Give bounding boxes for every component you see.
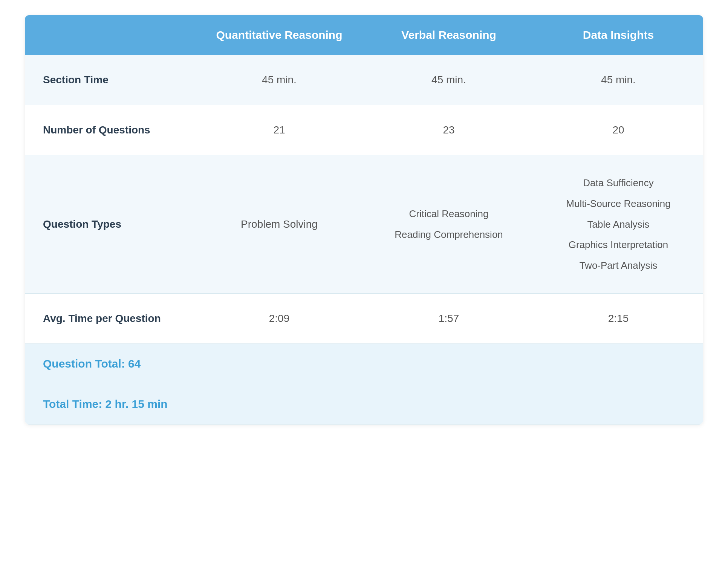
di-type-4: Graphics Interpretation [569, 236, 668, 254]
total-time-label: Total Time: 2 hr. 15 min [43, 398, 685, 411]
question-types-label: Question Types [25, 155, 194, 293]
avg-time-data-insights: 2:15 [534, 294, 703, 343]
question-total-row: Question Total: 64 [25, 344, 703, 384]
di-type-2: Multi-Source Reasoning [566, 195, 670, 213]
verbal-type-2: Reading Comprehension [395, 226, 503, 244]
question-types-row: Question Types Problem Solving Critical … [25, 155, 703, 294]
num-questions-quantitative: 21 [194, 105, 364, 155]
verbal-type-1: Critical Reasoning [409, 205, 489, 223]
header-verbal: Verbal Reasoning [364, 15, 534, 55]
num-questions-label: Number of Questions [25, 105, 194, 155]
header-quantitative: Quantitative Reasoning [194, 15, 364, 55]
avg-time-label: Avg. Time per Question [25, 294, 194, 343]
question-total-label: Question Total: 64 [43, 357, 685, 370]
avg-time-verbal: 1:57 [364, 294, 534, 343]
comparison-table: Quantitative Reasoning Verbal Reasoning … [25, 15, 703, 424]
num-questions-data-insights: 20 [534, 105, 703, 155]
di-type-3: Table Analysis [587, 216, 650, 233]
question-types-data-insights: Data Sufficiency Multi-Source Reasoning … [534, 155, 703, 293]
section-time-data-insights: 45 min. [534, 55, 703, 105]
total-time-row: Total Time: 2 hr. 15 min [25, 384, 703, 424]
header-row: Quantitative Reasoning Verbal Reasoning … [25, 15, 703, 55]
num-questions-row: Number of Questions 21 23 20 [25, 105, 703, 155]
section-time-label: Section Time [25, 55, 194, 105]
di-type-5: Two-Part Analysis [580, 257, 658, 274]
avg-time-quantitative: 2:09 [194, 294, 364, 343]
header-empty [25, 15, 194, 55]
avg-time-row: Avg. Time per Question 2:09 1:57 2:15 [25, 294, 703, 344]
section-time-row: Section Time 45 min. 45 min. 45 min. [25, 55, 703, 105]
header-data-insights: Data Insights [534, 15, 703, 55]
section-time-verbal: 45 min. [364, 55, 534, 105]
question-types-verbal: Critical Reasoning Reading Comprehension [364, 155, 534, 293]
di-type-1: Data Sufficiency [583, 174, 653, 192]
num-questions-verbal: 23 [364, 105, 534, 155]
question-types-quantitative: Problem Solving [194, 155, 364, 293]
section-time-quantitative: 45 min. [194, 55, 364, 105]
